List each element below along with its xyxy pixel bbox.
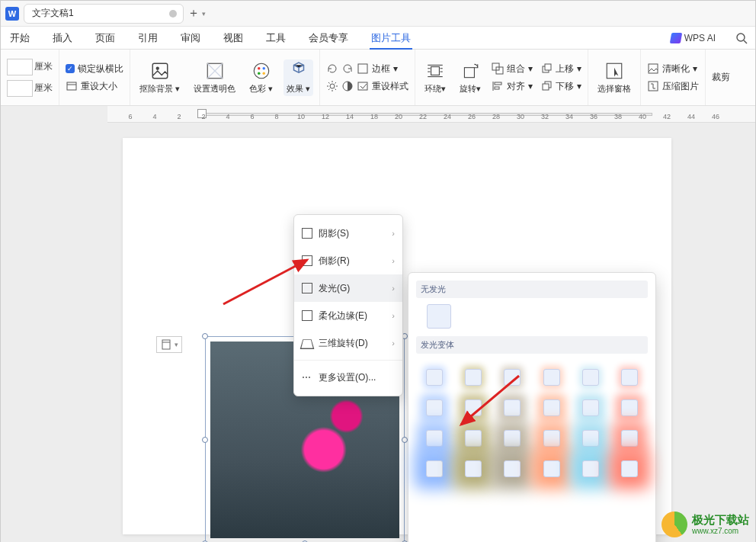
border-icon bbox=[357, 63, 369, 75]
glow-variant-swatch[interactable] bbox=[540, 369, 563, 386]
no-glow-swatch[interactable] bbox=[427, 304, 451, 329]
search-icon[interactable] bbox=[735, 32, 748, 44]
glow-variant-swatch[interactable] bbox=[501, 460, 524, 477]
ribbon-lock-group: 锁定纵横比 重设大小 bbox=[59, 50, 130, 105]
document-title: 文字文稿1 bbox=[32, 7, 74, 20]
glow-variant-swatch[interactable] bbox=[461, 369, 485, 386]
glow-variant-swatch[interactable] bbox=[501, 399, 524, 416]
dd-shadow[interactable]: 阴影(S)› bbox=[294, 220, 402, 247]
rotate-ccw-icon[interactable] bbox=[341, 63, 354, 75]
glow-variant-swatch[interactable] bbox=[578, 369, 602, 386]
resize-handle-mr[interactable] bbox=[402, 437, 408, 443]
glow-variant-swatch[interactable] bbox=[422, 460, 446, 477]
glow-variant-swatch[interactable] bbox=[618, 399, 642, 416]
document-tab[interactable]: 文字文稿1 bbox=[24, 4, 184, 24]
anchor-icon bbox=[160, 338, 172, 351]
close-tab-icon[interactable] bbox=[169, 10, 177, 18]
glow-variant-swatch[interactable] bbox=[501, 430, 524, 447]
ruler-tick: 32 bbox=[541, 113, 549, 120]
glow-variant-swatch[interactable] bbox=[422, 369, 446, 386]
height-input-row[interactable]: 厘米 bbox=[7, 80, 53, 97]
glow-submenu: 无发光 发光变体 bbox=[408, 272, 656, 542]
dd-reflection[interactable]: 倒影(R)› bbox=[294, 247, 402, 274]
group-button[interactable]: 组合 ▾ bbox=[492, 63, 533, 75]
glow-variant-swatch[interactable] bbox=[422, 399, 446, 416]
glow-variant-swatch[interactable] bbox=[540, 460, 563, 477]
menu-view[interactable]: 视图 bbox=[222, 31, 245, 45]
svg-rect-3 bbox=[152, 63, 168, 79]
svg-line-19 bbox=[328, 89, 330, 91]
ribbon-style-group: 边框 ▾ 重设样式 bbox=[320, 50, 415, 105]
ribbon-select-pane-group: 选择窗格 bbox=[588, 50, 641, 105]
wrap-button[interactable]: 环绕▾ bbox=[421, 61, 449, 95]
dd-more-settings[interactable]: ⋯更多设置(O)... bbox=[294, 364, 402, 391]
align-button[interactable]: 对齐 ▾ bbox=[492, 80, 533, 93]
wps-ai-button[interactable]: WPS AI bbox=[671, 33, 716, 43]
reset-size-button[interactable]: 重设大小 bbox=[66, 80, 117, 93]
remove-bg-icon bbox=[150, 61, 170, 81]
ai-logo-icon bbox=[669, 33, 681, 43]
menu-tools[interactable]: 工具 bbox=[264, 31, 287, 45]
glow-variant-swatch[interactable] bbox=[578, 460, 602, 477]
glow-variant-swatch[interactable] bbox=[501, 369, 524, 386]
app-icon: W bbox=[5, 7, 19, 21]
ruler-tick: 4 bbox=[152, 113, 156, 120]
ruler-tick: 2 bbox=[177, 113, 181, 120]
ruler-tick: 26 bbox=[468, 113, 476, 120]
crop-button[interactable]: 裁剪 bbox=[712, 71, 730, 84]
glow-variant-swatch[interactable] bbox=[618, 460, 642, 477]
glow-variant-swatch[interactable] bbox=[461, 460, 485, 477]
ribbon-size-group: 厘米 厘米 bbox=[1, 50, 59, 105]
image-anchor-chip[interactable]: ▾ bbox=[156, 336, 182, 353]
svg-point-10 bbox=[262, 72, 264, 74]
glow-variant-swatch[interactable] bbox=[461, 399, 485, 416]
move-up-button[interactable]: 上移 ▾ bbox=[540, 63, 581, 75]
menu-start[interactable]: 开始 bbox=[8, 31, 31, 45]
add-tab-button[interactable]: ＋▾ bbox=[188, 5, 205, 22]
menu-insert[interactable]: 插入 bbox=[51, 31, 74, 45]
dd-soft-edges[interactable]: 柔化边缘(E)› bbox=[294, 302, 402, 329]
menu-review[interactable]: 审阅 bbox=[179, 31, 202, 45]
glow-variant-swatch[interactable] bbox=[540, 430, 563, 447]
brightness-icon bbox=[326, 80, 338, 92]
dd-glow[interactable]: 发光(G)› bbox=[294, 274, 402, 302]
ribbon-arrange-group: 环绕▾ 旋转▾ 组合 ▾ 对齐 ▾ 上移 ▾ 下移 ▾ bbox=[415, 50, 588, 105]
svg-line-1 bbox=[744, 40, 747, 43]
canvas-area: 6422468101214182022242628303234363840424… bbox=[1, 106, 755, 542]
resize-handle-ml[interactable] bbox=[202, 437, 208, 443]
menu-reference[interactable]: 引用 bbox=[136, 31, 159, 45]
rotate-cw-button[interactable]: 边框 ▾ bbox=[326, 63, 398, 75]
set-transparent-button[interactable]: 设置透明色 bbox=[191, 61, 239, 95]
resize-handle-tl[interactable] bbox=[202, 333, 208, 339]
rotate-button[interactable]: 旋转▾ bbox=[456, 61, 484, 95]
ribbon-adjust-group: 抠除背景 ▾ 设置透明色 色彩 ▾ 效果 ▾ bbox=[130, 50, 320, 105]
glow-variant-swatch[interactable] bbox=[461, 430, 485, 447]
glow-variant-swatch[interactable] bbox=[618, 369, 642, 386]
glow-variant-swatch[interactable] bbox=[422, 430, 446, 447]
lock-aspect-checkbox[interactable]: 锁定纵横比 bbox=[66, 63, 123, 75]
clarify-icon bbox=[647, 63, 659, 75]
menu-member[interactable]: 会员专享 bbox=[307, 31, 350, 45]
menu-page[interactable]: 页面 bbox=[94, 31, 117, 45]
dd-3d-rotation[interactable]: 三维旋转(D)› bbox=[294, 329, 402, 357]
glow-variant-swatch[interactable] bbox=[540, 399, 563, 416]
contrast-icon bbox=[341, 80, 354, 92]
glow-variant-swatch[interactable] bbox=[618, 430, 642, 447]
glow-variant-swatch[interactable] bbox=[578, 430, 602, 447]
effects-button[interactable]: 效果 ▾ bbox=[284, 59, 313, 96]
move-down-button[interactable]: 下移 ▾ bbox=[540, 80, 581, 93]
ribbon-crop-group: 裁剪 bbox=[706, 50, 736, 105]
compress-icon bbox=[647, 80, 659, 92]
compress-pic-button[interactable]: 压缩图片 bbox=[647, 80, 699, 93]
ruler-tick: 8 bbox=[274, 113, 278, 120]
chevron-right-icon: › bbox=[392, 338, 395, 348]
brightness-row[interactable]: 重设样式 bbox=[326, 80, 408, 93]
menu-picture-tools[interactable]: 图片工具 bbox=[370, 31, 412, 50]
glow-variant-swatch[interactable] bbox=[578, 399, 602, 416]
svg-rect-2 bbox=[67, 82, 76, 90]
select-pane-button[interactable]: 选择窗格 bbox=[594, 61, 634, 95]
width-input-row[interactable]: 厘米 bbox=[7, 59, 53, 75]
clarify-button[interactable]: 清晰化 ▾ bbox=[647, 63, 697, 75]
remove-bg-button[interactable]: 抠除背景 ▾ bbox=[136, 61, 183, 95]
color-button[interactable]: 色彩 ▾ bbox=[246, 61, 276, 95]
